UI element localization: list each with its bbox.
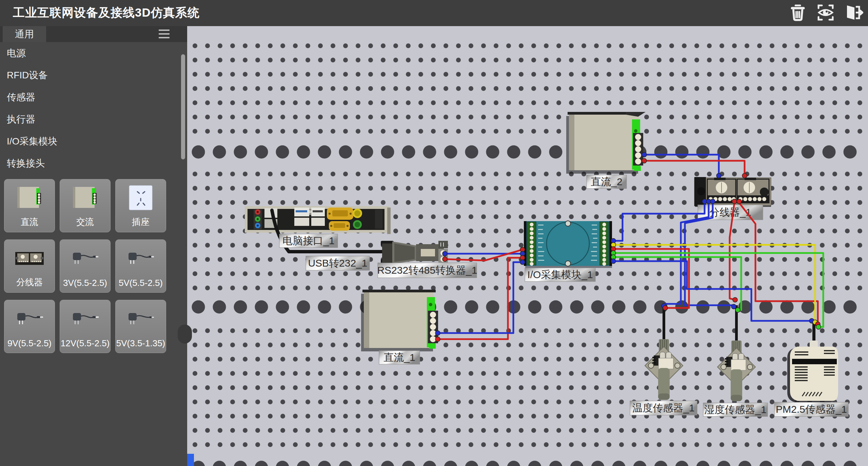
category-rfid[interactable]: RFID设备 — [0, 64, 187, 86]
device-palette: 直流 交流 — [4, 179, 183, 353]
label-rs485-text: RS232转485转换器_1 — [377, 265, 477, 276]
app-title: 工业互联网设备及接线3D仿真系统 — [13, 5, 200, 21]
app-window: 直流_2 分线器_1 电脑接口_1 USB转232_1 RS232转485转换器… — [0, 0, 868, 466]
node — [611, 259, 616, 264]
palette-item-5v[interactable]: 5V(5.5-2.5) — [115, 239, 166, 293]
adapter-thumb-icon — [69, 305, 101, 333]
node — [816, 325, 821, 329]
label-humid1-text: 湿度传感器_1 — [704, 404, 766, 415]
socket-thumb-icon — [125, 184, 156, 213]
label-pc1-text: 电脑接口_1 — [282, 235, 334, 246]
label-dc2: 直流_2 — [587, 175, 627, 189]
label-rs485: RS232转485转换器_1 — [377, 263, 477, 278]
palette-item-socket[interactable]: 插座 — [115, 179, 166, 232]
node — [435, 337, 440, 342]
label-pc1: 电脑接口_1 — [279, 234, 338, 248]
node — [520, 260, 525, 265]
node — [442, 251, 447, 256]
palette-label: 直流 — [4, 216, 55, 228]
ac-psu-thumb-icon — [70, 184, 101, 213]
adapter-thumb-icon — [124, 245, 157, 273]
category-power[interactable]: 电源 — [0, 42, 187, 64]
hamburger-icon[interactable] — [159, 30, 170, 38]
exit-icon[interactable] — [844, 3, 863, 22]
palette-item-3v[interactable]: 3V(5.5-2.5) — [60, 239, 111, 293]
palette-label: 5V(3.5-1.35) — [116, 338, 166, 349]
category-actuator[interactable]: 执行器 — [0, 108, 187, 130]
palette-label: 5V(5.5-2.5) — [116, 278, 166, 288]
label-dc1-text: 直流_1 — [383, 352, 415, 363]
node — [435, 331, 440, 335]
blue-chip — [187, 454, 194, 466]
label-io1-text: I/O采集模块_1 — [527, 269, 593, 280]
node — [716, 173, 721, 178]
dc-psu-thumb-icon — [14, 184, 45, 213]
splitter-thumb-icon — [13, 245, 46, 273]
node — [733, 297, 737, 302]
palette-item-9v[interactable]: 9V(5.5-2.5) — [4, 300, 55, 353]
device-dc-power-1[interactable] — [361, 290, 438, 351]
adapter-thumb-icon — [124, 305, 157, 333]
label-temp1: 温度传感器_1 — [630, 401, 697, 415]
category-list: 电源 RFID设备 传感器 执行器 I/O采集模块 转换接头 — [0, 42, 187, 174]
tab-general[interactable]: 通用 — [3, 26, 46, 42]
device-dc-power-2[interactable] — [566, 112, 646, 174]
device-io-module-1[interactable] — [524, 221, 612, 268]
node — [710, 199, 715, 204]
label-dc2-text: 直流_2 — [591, 176, 622, 187]
title-bar: 工业互联网设备及接线3D仿真系统 — [0, 0, 868, 26]
palette-item-ac[interactable]: 交流 — [60, 179, 111, 232]
palette-item-splitter[interactable]: 分线器 — [4, 239, 55, 293]
palette-label: 交流 — [60, 216, 110, 228]
node — [642, 158, 647, 163]
node — [735, 308, 740, 312]
adapter-thumb-icon — [69, 245, 101, 273]
label-humid1: 湿度传感器_1 — [703, 403, 768, 416]
node — [732, 199, 737, 204]
node — [442, 257, 447, 261]
palette-label: 插座 — [116, 216, 166, 228]
palette-item-12v[interactable]: 12V(5.5-2.5) — [60, 300, 111, 353]
palette-item-dc[interactable]: 直流 — [4, 179, 55, 232]
node — [642, 152, 647, 157]
palette-label: 3V(5.5-2.5) — [60, 278, 110, 288]
palette-item-5v-small[interactable]: 5V(3.5-1.35) — [115, 300, 166, 353]
category-adapter[interactable]: 转换接头 — [0, 152, 187, 174]
category-sensor[interactable]: 传感器 — [0, 86, 187, 108]
label-pm25: PM2.5传感器_1 — [774, 402, 848, 416]
label-splitter1-text: 分线器_1 — [709, 207, 751, 218]
label-pm25-text: PM2.5传感器_1 — [776, 404, 847, 415]
tab-strip: 通用 — [0, 26, 187, 42]
adapter-thumb-icon — [13, 305, 46, 333]
category-io-module[interactable]: I/O采集模块 — [0, 130, 187, 152]
trash-icon[interactable] — [788, 3, 808, 22]
node — [737, 199, 742, 204]
sidebar-scrollbar[interactable] — [181, 54, 185, 159]
label-usb1-text: USB转232_1 — [308, 257, 367, 269]
palette-label: 分线器 — [4, 276, 55, 288]
device-computer-port-1[interactable] — [245, 206, 391, 234]
node — [520, 255, 525, 260]
node — [731, 304, 736, 309]
label-temp1-text: 温度传感器_1 — [632, 402, 694, 413]
label-dc1: 直流_1 — [379, 351, 420, 364]
label-io1: I/O采集模块_1 — [525, 268, 595, 281]
node — [663, 306, 668, 310]
palette-label: 9V(5.5-2.5) — [4, 338, 55, 349]
label-usb1: USB转232_1 — [306, 256, 370, 270]
component-sidebar: 通用 电源 RFID设备 传感器 执行器 I/O采集模块 转换接头 直流 — [0, 26, 187, 466]
node — [742, 173, 747, 178]
eye-scan-icon[interactable] — [816, 3, 835, 22]
palette-label: 12V(5.5-2.5) — [60, 338, 110, 349]
